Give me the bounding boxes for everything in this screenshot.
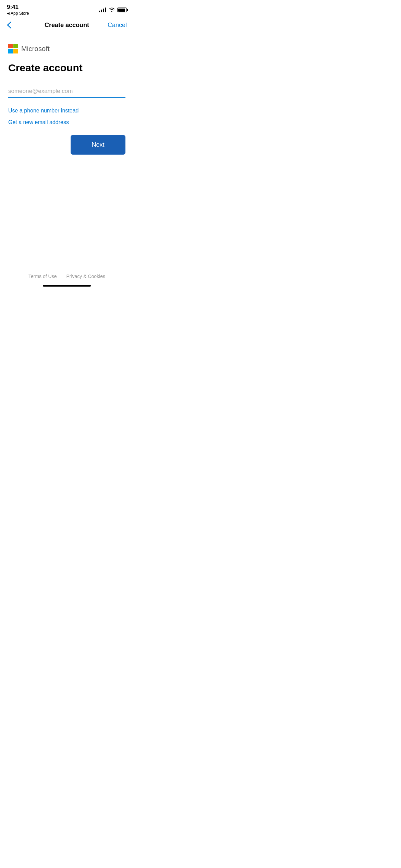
signal-bar-4	[105, 8, 106, 12]
privacy-cookies-link[interactable]: Privacy & Cookies	[66, 274, 105, 279]
ms-yellow-square	[13, 49, 18, 53]
battery-fill	[118, 9, 125, 12]
nav-title: Create account	[27, 22, 106, 29]
ms-green-square	[13, 44, 18, 48]
next-button[interactable]: Next	[71, 135, 125, 155]
signal-bar-1	[99, 11, 100, 12]
ms-red-square	[8, 44, 13, 48]
terms-of-use-link[interactable]: Terms of Use	[28, 274, 57, 279]
app-store-label: App Store	[11, 11, 29, 16]
back-arrow-small: ◀	[7, 11, 10, 15]
home-indicator	[43, 285, 91, 287]
microsoft-name: Microsoft	[21, 45, 50, 53]
email-input[interactable]	[8, 85, 125, 98]
back-button[interactable]	[7, 21, 27, 29]
status-time: 9:41	[7, 4, 19, 11]
main-content: Microsoft Create account Use a phone num…	[0, 34, 134, 163]
cancel-button[interactable]: Cancel	[106, 22, 127, 29]
button-row: Next	[8, 135, 125, 155]
battery-icon	[117, 8, 127, 12]
status-right	[99, 7, 127, 13]
signal-bar-3	[103, 9, 104, 12]
ms-grid-icon	[8, 44, 18, 53]
ms-blue-square	[8, 49, 13, 53]
signal-bar-2	[101, 10, 102, 12]
email-input-container	[8, 85, 125, 98]
footer: Terms of Use Privacy & Cookies	[0, 274, 134, 279]
nav-bar: Create account Cancel	[0, 17, 134, 34]
status-app-store: ◀ App Store	[7, 11, 29, 16]
status-left: 9:41 ◀ App Store	[7, 4, 29, 16]
new-email-link[interactable]: Get a new email address	[8, 119, 125, 125]
microsoft-logo: Microsoft	[8, 44, 125, 53]
phone-number-link[interactable]: Use a phone number instead	[8, 108, 125, 114]
signal-bars-icon	[99, 8, 106, 12]
page-heading: Create account	[8, 62, 125, 74]
status-bar: 9:41 ◀ App Store	[0, 0, 134, 17]
wifi-icon	[109, 7, 115, 13]
